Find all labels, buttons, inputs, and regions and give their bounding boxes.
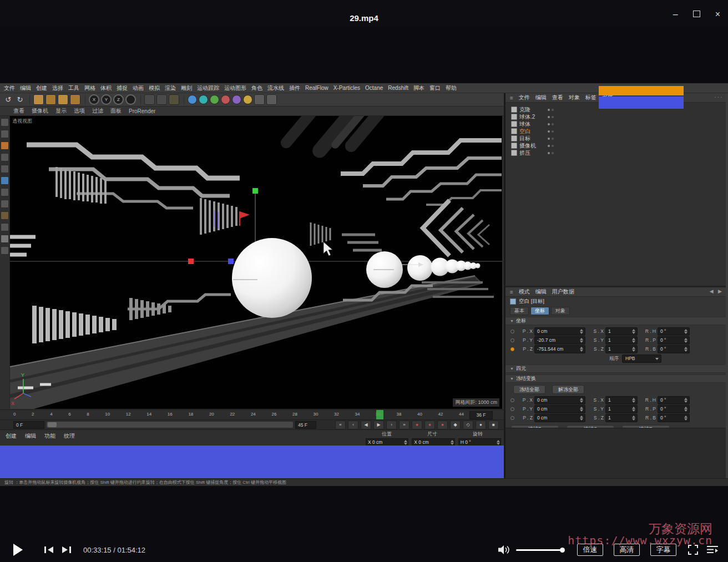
left-palette-tool-icon[interactable] [1, 118, 9, 126]
render-dot-icon[interactable] [552, 109, 554, 111]
primitive-object-icon[interactable] [188, 95, 197, 104]
menu-item-sculpt[interactable]: 雕刻 [181, 84, 192, 92]
record-parameter-button[interactable]: ■ [488, 421, 499, 429]
next-video-button[interactable] [62, 546, 71, 554]
record-scale-button[interactable]: ◇ [463, 421, 473, 429]
rp-field[interactable]: 0 ° [658, 336, 690, 345]
autokey-button[interactable]: ● [424, 421, 435, 429]
menu-item-plugins[interactable]: 插件 [289, 84, 300, 92]
y-axis-lock-icon[interactable]: Y [101, 94, 112, 105]
left-palette-tool-icon[interactable] [1, 188, 9, 196]
volume-icon[interactable] [498, 545, 510, 557]
tab-edit[interactable]: 编辑 [25, 432, 36, 440]
left-palette-tool-icon[interactable] [1, 153, 9, 161]
volume-slider[interactable] [516, 549, 564, 551]
play-button[interactable] [13, 544, 23, 556]
frozen-pz-field[interactable]: 0 cm [534, 414, 585, 422]
field-spinner-icon[interactable] [579, 347, 584, 352]
menu-item-xparticles[interactable]: X-Particles [333, 85, 360, 91]
unfreeze-all-button[interactable]: 解冻全部 [552, 385, 584, 394]
viewport-menu-cameras[interactable]: 摄像机 [32, 107, 48, 115]
render-picture-viewer-icon[interactable] [156, 94, 167, 105]
z-axis-lock-icon[interactable]: Z [113, 94, 124, 105]
tab-create[interactable]: 创建 [6, 432, 17, 440]
visibility-dot-icon[interactable] [548, 145, 550, 147]
history-back-icon[interactable]: ◀ [710, 288, 715, 294]
visibility-dots[interactable] [548, 138, 554, 140]
last-tool-icon[interactable] [70, 94, 80, 105]
viewport-menu-filter[interactable]: 过滤 [92, 107, 103, 115]
om-panel-options-icon[interactable]: ∙∙∙ [714, 94, 724, 100]
generator-object-icon[interactable] [210, 95, 219, 104]
field-spinner-icon[interactable] [684, 398, 688, 403]
om-menu-view[interactable]: 查看 [552, 94, 563, 102]
position-x-field[interactable]: X 0 cm [366, 438, 408, 446]
field-spinner-icon[interactable] [496, 440, 501, 445]
field-spinner-icon[interactable] [579, 329, 584, 334]
menu-item-motion-tracker[interactable]: 运动跟踪 [197, 84, 219, 92]
om-menu-objects[interactable]: 对象 [569, 94, 580, 102]
coordinates-section-header[interactable]: ▼坐标 [505, 317, 728, 325]
left-palette-tool-icon[interactable] [1, 141, 9, 150]
rotation-order-dropdown[interactable]: HPB [622, 355, 661, 363]
tab-coordinates[interactable]: 坐标 [530, 307, 549, 315]
close-button[interactable]: × [715, 10, 720, 19]
redo-icon[interactable]: ↻ [15, 95, 25, 105]
tab-function[interactable]: 功能 [44, 432, 55, 440]
om-menu-tags[interactable]: 标签 [585, 94, 596, 102]
record-keyframe-button[interactable]: ● [412, 421, 422, 429]
freeze-section-header[interactable]: ▼冻结变换 [505, 374, 728, 383]
freeze-all-button[interactable]: 冻结全部 [513, 385, 545, 394]
mograph-object-icon[interactable] [232, 95, 241, 104]
frozen-rh-field[interactable]: 0 ° [658, 396, 690, 404]
visibility-dots[interactable] [548, 123, 554, 125]
history-forward-icon[interactable]: ▶ [718, 288, 724, 294]
quaternion-section-header[interactable]: ▼四元 [505, 364, 728, 373]
left-palette-tool-icon[interactable] [1, 235, 9, 243]
sz-field[interactable]: 1 [605, 345, 638, 353]
tab-object[interactable]: 对象 [551, 307, 570, 315]
field-spinner-icon[interactable] [631, 329, 636, 334]
record-rotation-button[interactable]: ● [476, 421, 486, 429]
am-menu-userdata[interactable]: 用户数据 [552, 288, 574, 296]
frozen-sy-field[interactable]: 1 [605, 405, 638, 413]
render-settings-icon[interactable] [169, 94, 179, 105]
keyframe-selection-button[interactable]: ● [437, 421, 448, 429]
field-spinner-icon[interactable] [450, 440, 454, 445]
field-spinner-icon[interactable] [579, 398, 584, 403]
next-key-button[interactable]: › [386, 421, 397, 429]
prev-video-button[interactable] [44, 546, 53, 554]
frozen-px-field[interactable]: 0 cm [534, 396, 585, 404]
undo-icon[interactable]: ↺ [3, 95, 13, 105]
visibility-dot-icon[interactable] [548, 116, 550, 118]
object-row[interactable]: 目标 [511, 135, 728, 142]
menu-item-select[interactable]: 选择 [52, 84, 63, 92]
om-menu-file[interactable]: 文件 [519, 94, 530, 102]
viewport-menu-options[interactable]: 选项 [74, 107, 85, 115]
am-history-icons[interactable]: ◀ ▶ [710, 288, 724, 294]
menu-item-simulate[interactable]: 模拟 [149, 84, 160, 92]
field-spinner-icon[interactable] [684, 416, 688, 421]
deformer-object-icon[interactable] [221, 95, 230, 104]
menu-item-edit[interactable]: 编辑 [20, 84, 31, 92]
timeline-ruler[interactable]: 0 2 4 6 8 10 12 14 16 18 20 22 24 26 28 … [0, 409, 504, 420]
viewport-menu-prorender[interactable]: ProRender [129, 108, 155, 114]
visibility-dot-icon[interactable] [548, 130, 550, 133]
scale-tool-icon[interactable] [46, 94, 56, 105]
object-row[interactable]: 球体.2 [511, 113, 728, 120]
rb-field[interactable]: 0 ° [658, 345, 690, 353]
menu-item-octane[interactable]: Octane [365, 85, 383, 91]
menu-item-help[interactable]: 帮助 [446, 84, 457, 92]
rotate-tool-icon[interactable] [58, 94, 68, 105]
hamburger-icon[interactable]: ≡ [510, 95, 513, 101]
visibility-dot-icon[interactable] [548, 138, 550, 140]
goto-end-button[interactable]: » [399, 421, 410, 429]
keyframe-dot[interactable] [510, 338, 514, 342]
menu-item-snap[interactable]: 捕捉 [117, 84, 128, 92]
frozen-sx-field[interactable]: 1 [605, 396, 638, 404]
tab-basic[interactable]: 基本 [510, 307, 529, 315]
visibility-dot-icon[interactable] [548, 152, 550, 154]
keyframe-dot[interactable] [510, 407, 514, 411]
menu-item-tools[interactable]: 工具 [68, 84, 79, 92]
menu-item-realflow[interactable]: RealFlow [305, 85, 328, 91]
